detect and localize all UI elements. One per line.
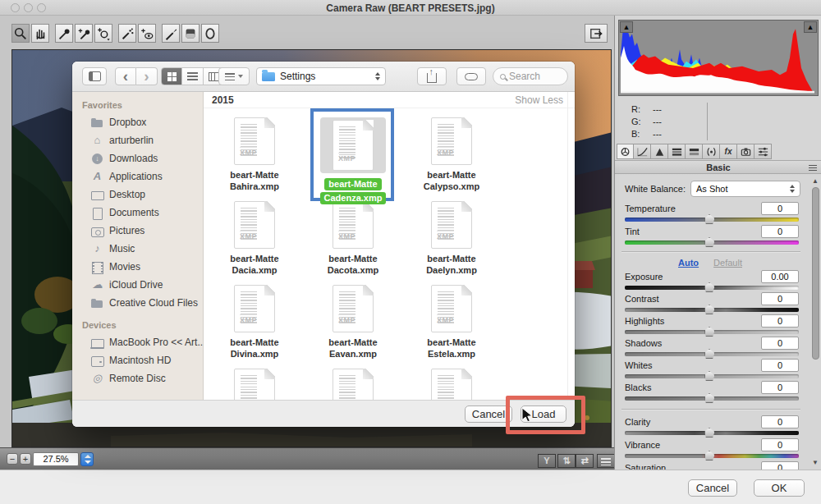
blacks-thumb[interactable] [704, 393, 715, 403]
forward-button[interactable]: › [136, 67, 158, 85]
file-list-scrollbar[interactable] [567, 92, 575, 400]
highlights-value[interactable]: 0 [761, 314, 799, 328]
shadows-thumb[interactable] [704, 349, 715, 359]
sidebar-item-pictures[interactable]: Pictures [72, 222, 203, 240]
tags-button[interactable] [456, 67, 486, 85]
white-balance-tool-button[interactable] [55, 24, 73, 43]
targeted-adjustment-tool-button[interactable] [94, 24, 112, 43]
sidebar-item-remote-disc[interactable]: ◎Remote Disc [72, 369, 203, 387]
file-item[interactable]: XMP beart-MatteDaelyn.xmp [402, 192, 501, 276]
shadow-clipping-button[interactable]: ▲ [620, 21, 633, 33]
share-button[interactable] [417, 67, 447, 85]
tint-thumb[interactable] [704, 237, 715, 247]
clarity-value[interactable]: 0 [761, 415, 799, 428]
sidebar-item-macbook[interactable]: MacBook Pro << Art... [72, 333, 203, 351]
file-item[interactable]: XMP beart-MatteEavan.xmp [304, 276, 402, 360]
ok-button[interactable]: OK [754, 479, 805, 497]
sidebar-item-dropbox[interactable]: Dropbox [72, 113, 203, 131]
file-item[interactable]: XMP beart-MatteDacota.xmp [304, 192, 402, 276]
group-by-button[interactable] [218, 67, 250, 85]
split-view-button[interactable]: Y [538, 454, 556, 468]
file-item[interactable]: XMP beart-MatteCalypso.xmp [402, 108, 501, 192]
file-item[interactable]: XMP beart-MatteDivina.xmp [205, 276, 304, 360]
copy-settings-button[interactable]: ⇄ [576, 454, 594, 468]
camera-icon [740, 146, 752, 158]
highlight-clipping-button[interactable]: ▲ [804, 21, 817, 33]
sidebar-item-macintosh-hd[interactable]: Macintosh HD [72, 351, 203, 369]
hand-tool-button[interactable] [31, 24, 49, 43]
tab-lens-corrections[interactable] [703, 144, 720, 159]
tab-split-toning[interactable] [686, 144, 703, 159]
temperature-thumb[interactable] [704, 214, 715, 224]
tab-effects[interactable]: fx [720, 144, 737, 159]
location-dropdown[interactable]: Settings [256, 67, 386, 85]
red-eye-tool-button[interactable] [138, 24, 156, 43]
auto-link[interactable]: Auto [678, 258, 699, 268]
tint-value[interactable]: 0 [761, 225, 799, 238]
contrast-value[interactable]: 0 [761, 292, 799, 305]
file-item-partial[interactable]: XMP [402, 360, 501, 400]
zoom-out-button[interactable]: − [7, 453, 18, 465]
sidebar-item-icloud[interactable]: ☁iCloud Drive [72, 276, 203, 294]
tab-basic[interactable] [617, 144, 634, 159]
temperature-value[interactable]: 0 [761, 202, 799, 215]
icon-view-button[interactable] [161, 67, 182, 85]
highlights-thumb[interactable] [704, 327, 715, 337]
graduated-filter-tool-button[interactable] [181, 24, 200, 43]
sidebar-toggle-button[interactable] [82, 67, 107, 85]
sidebar-item-downloads[interactable]: ↓Downloads [72, 149, 203, 167]
toggle-fullscreen-button[interactable] [585, 24, 608, 43]
file-item[interactable]: XMP beart-MatteBahira.xmp [205, 108, 304, 192]
back-button[interactable]: ‹ [115, 67, 136, 85]
scrollbar-down-icon[interactable]: ▼ [812, 459, 819, 466]
file-item[interactable]: XMP beart-MatteDacia.xmp [205, 192, 304, 276]
tab-hsl-grayscale[interactable] [668, 144, 686, 159]
radial-filter-tool-button[interactable] [201, 24, 219, 43]
saturation-value[interactable]: 0 [761, 461, 799, 470]
before-after-swap-button[interactable]: ⇅ [557, 454, 576, 468]
adjustment-brush-tool-button[interactable] [162, 24, 180, 43]
zoom-level-stepper[interactable] [80, 452, 94, 466]
sidebar-item-creative-cloud[interactable]: Creative Cloud Files [72, 294, 203, 312]
file-item[interactable]: XMP beart-MatteEstela.xmp [402, 276, 501, 360]
tab-tone-curve[interactable] [634, 144, 651, 159]
whites-thumb[interactable] [704, 371, 715, 381]
vibrance-thumb[interactable] [704, 451, 715, 460]
histogram[interactable]: ▲ ▲ [618, 20, 819, 96]
shadows-value[interactable]: 0 [761, 337, 799, 350]
vibrance-value[interactable]: 0 [761, 438, 799, 451]
panel-menu-icon[interactable] [809, 165, 817, 171]
white-balance-select[interactable]: As Shot [690, 181, 800, 197]
zoom-level-field[interactable]: 27.5% [33, 452, 79, 466]
sidebar-item-applications[interactable]: AApplications [72, 167, 203, 186]
contrast-thumb[interactable] [704, 305, 715, 314]
exposure-value[interactable]: 0.00 [761, 270, 799, 283]
sidebar-item-home[interactable]: ⌂arturberlin [72, 131, 203, 149]
scrollbar-up-icon[interactable]: ▲ [812, 177, 819, 185]
tab-detail[interactable] [651, 144, 668, 159]
zoom-in-button[interactable]: + [20, 453, 31, 465]
scrollbar-thumb[interactable] [812, 187, 819, 360]
default-link[interactable]: Default [713, 258, 742, 268]
sidebar-item-movies[interactable]: Movies [72, 258, 203, 276]
exposure-thumb[interactable] [704, 282, 715, 292]
tab-camera-calibration[interactable] [737, 144, 754, 159]
file-item-selected[interactable]: XMP beart-MatteCadenza.xmp [304, 108, 402, 192]
sidebar-item-desktop[interactable]: Desktop [72, 186, 203, 204]
sidebar-item-music[interactable]: ♪Music [72, 240, 203, 258]
preview-preferences-button[interactable] [597, 454, 615, 468]
file-item-partial[interactable]: XMP [205, 360, 304, 400]
blacks-value[interactable]: 0 [761, 381, 799, 394]
zoom-tool-button[interactable] [11, 24, 30, 43]
list-view-button[interactable] [182, 67, 204, 85]
file-item-partial[interactable]: XMP [304, 360, 402, 400]
show-less-link[interactable]: Show Less [515, 94, 563, 106]
spot-removal-tool-button[interactable] [118, 24, 136, 43]
tab-presets[interactable] [754, 144, 772, 159]
search-input[interactable] [509, 71, 555, 82]
clarity-thumb[interactable] [704, 428, 715, 438]
cancel-button[interactable]: Cancel [688, 479, 737, 497]
sidebar-item-documents[interactable]: Documents [72, 204, 203, 222]
color-sampler-tool-button[interactable] [75, 24, 93, 43]
whites-value[interactable]: 0 [761, 359, 799, 372]
